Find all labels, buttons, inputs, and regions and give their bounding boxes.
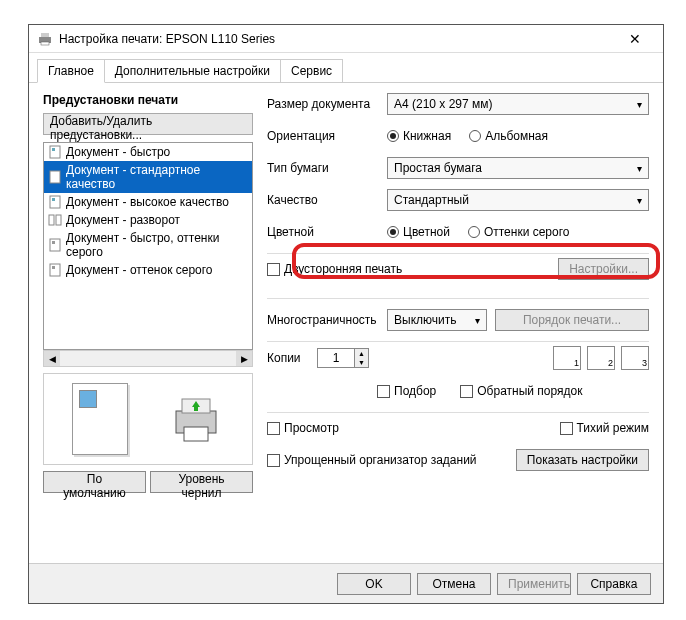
multipage-select[interactable]: Выключить	[387, 309, 487, 331]
paper-type-label: Тип бумаги	[267, 161, 387, 175]
doc-icon	[48, 145, 62, 159]
page-order-button[interactable]: Порядок печати...	[495, 309, 649, 331]
collate-preview-icon: 123	[553, 346, 649, 370]
add-remove-presets-button[interactable]: Добавить/Удалить предустановки...	[43, 113, 253, 135]
tab-bar: Главное Дополнительные настройки Сервис	[29, 53, 663, 83]
ink-levels-button[interactable]: Уровень чернил	[150, 471, 253, 493]
preset-label: Документ - стандартное качество	[66, 163, 248, 191]
orientation-portrait-radio[interactable]: Книжная	[387, 129, 451, 143]
print-settings-window: Настройка печати: EPSON L110 Series ✕ Гл…	[28, 24, 664, 604]
close-button[interactable]: ✕	[615, 25, 655, 53]
color-label: Цветной	[267, 225, 387, 239]
dialog-button-bar: OK Отмена Применить Справка	[29, 563, 663, 603]
svg-rect-3	[50, 146, 60, 158]
left-panel: Предустановки печати Добавить/Удалить пр…	[43, 93, 253, 493]
reverse-order-checkbox[interactable]: Обратный порядок	[460, 384, 582, 398]
scroll-left-icon[interactable]: ◀	[44, 351, 60, 366]
spin-up-icon[interactable]: ▲	[354, 349, 368, 358]
window-title: Настройка печати: EPSON L110 Series	[59, 32, 615, 46]
multipage-label: Многостраничность	[267, 313, 387, 327]
svg-rect-5	[50, 171, 60, 183]
doc-gray-icon	[48, 238, 62, 252]
preset-item[interactable]: Документ - быстро, оттенки серого	[44, 229, 252, 261]
presets-title: Предустановки печати	[43, 93, 253, 107]
orientation-label: Ориентация	[267, 129, 387, 143]
preview-checkbox[interactable]: Просмотр	[267, 421, 339, 435]
doc-icon	[48, 170, 62, 184]
main-content: Предустановки печати Добавить/Удалить пр…	[29, 83, 663, 503]
show-settings-button[interactable]: Показать настройки	[516, 449, 649, 471]
svg-rect-7	[50, 196, 60, 208]
preset-item[interactable]: Документ - оттенок серого	[44, 261, 252, 279]
preset-label: Документ - оттенок серого	[66, 263, 213, 277]
svg-rect-10	[56, 215, 61, 225]
svg-rect-17	[184, 427, 208, 441]
simple-organizer-checkbox[interactable]: Упрощенный организатор заданий	[267, 453, 477, 467]
svg-rect-4	[52, 148, 55, 151]
scroll-right-icon[interactable]: ▶	[236, 351, 252, 366]
paper-type-select[interactable]: Простая бумага	[387, 157, 649, 179]
svg-rect-19	[194, 405, 198, 411]
svg-rect-12	[52, 241, 55, 244]
doc-size-label: Размер документа	[267, 97, 387, 111]
doc-size-select[interactable]: A4 (210 x 297 мм)	[387, 93, 649, 115]
printer-preview-icon	[168, 391, 224, 447]
svg-rect-8	[52, 198, 55, 201]
spin-down-icon[interactable]: ▼	[354, 358, 368, 367]
document-preview-icon	[72, 383, 128, 455]
preset-item[interactable]: Документ - высокое качество	[44, 193, 252, 211]
duplex-settings-button[interactable]: Настройки...	[558, 258, 649, 280]
preset-item[interactable]: Документ - разворот	[44, 211, 252, 229]
tab-main[interactable]: Главное	[37, 59, 105, 83]
right-panel: Размер документа A4 (210 x 297 мм) Ориен…	[267, 93, 649, 493]
svg-rect-13	[50, 264, 60, 276]
svg-rect-9	[49, 215, 54, 225]
copies-input[interactable]	[318, 349, 354, 367]
quiet-mode-checkbox[interactable]: Тихий режим	[560, 421, 649, 435]
preset-list[interactable]: Документ - быстро Документ - стандартное…	[43, 142, 253, 350]
collate-checkbox[interactable]: Подбор	[377, 384, 436, 398]
spread-icon	[48, 213, 62, 227]
svg-rect-11	[50, 239, 60, 251]
doc-icon	[48, 195, 62, 209]
svg-rect-1	[41, 33, 49, 37]
preset-item[interactable]: Документ - быстро	[44, 143, 252, 161]
cancel-button[interactable]: Отмена	[417, 573, 491, 595]
default-button[interactable]: По умолчанию	[43, 471, 146, 493]
apply-button[interactable]: Применить	[497, 573, 571, 595]
tab-advanced[interactable]: Дополнительные настройки	[104, 59, 281, 82]
color-yes-radio[interactable]: Цветной	[387, 225, 450, 239]
quality-select[interactable]: Стандартный	[387, 189, 649, 211]
doc-gray-icon	[48, 263, 62, 277]
quality-label: Качество	[267, 193, 387, 207]
duplex-checkbox[interactable]: Двусторонняя печать	[267, 262, 402, 276]
preset-label: Документ - быстро	[66, 145, 170, 159]
help-button[interactable]: Справка	[577, 573, 651, 595]
copies-spinner[interactable]: ▲▼	[317, 348, 369, 368]
orientation-landscape-radio[interactable]: Альбомная	[469, 129, 548, 143]
preset-label: Документ - высокое качество	[66, 195, 229, 209]
copies-label: Копии	[267, 351, 317, 365]
svg-rect-2	[41, 42, 49, 45]
preset-item[interactable]: Документ - стандартное качество	[44, 161, 252, 193]
svg-rect-6	[52, 173, 55, 176]
preset-label: Документ - быстро, оттенки серого	[66, 231, 248, 259]
svg-rect-14	[52, 266, 55, 269]
preset-label: Документ - разворот	[66, 213, 180, 227]
titlebar: Настройка печати: EPSON L110 Series ✕	[29, 25, 663, 53]
preview-area	[43, 373, 253, 465]
tab-service[interactable]: Сервис	[280, 59, 343, 82]
ok-button[interactable]: OK	[337, 573, 411, 595]
printer-icon	[37, 31, 53, 47]
color-gray-radio[interactable]: Оттенки серого	[468, 225, 570, 239]
horizontal-scrollbar[interactable]: ◀ ▶	[43, 350, 253, 367]
